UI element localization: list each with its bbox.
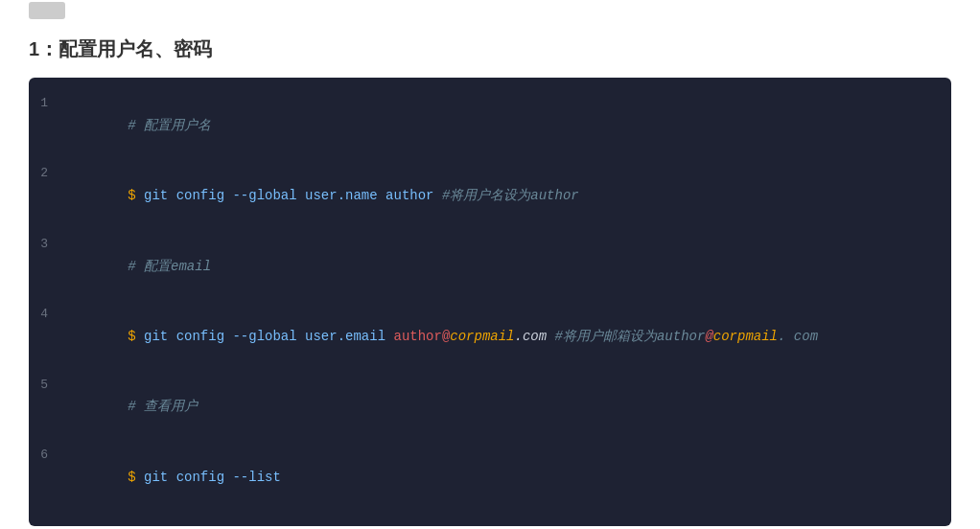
cmd-2: git config --global user.name author <box>144 188 442 203</box>
dollar-2: $ <box>128 188 144 203</box>
cmd-4: git config --global user.email <box>144 329 393 344</box>
code-line-4: 4 $ git config --global user.email autho… <box>29 302 951 372</box>
top-bar-icon <box>29 2 65 19</box>
top-bar <box>29 0 951 17</box>
comment-2: #将用户名设为author <box>442 188 579 203</box>
line-content-4: $ git config --global user.email author@… <box>63 303 934 371</box>
line-num-4: 4 <box>29 304 63 325</box>
comment-5: # 查看用户 <box>128 399 198 414</box>
line-num-2: 2 <box>29 163 63 184</box>
line-content-3: # 配置email <box>63 233 934 301</box>
comment-3: # 配置email <box>128 259 211 274</box>
code-line-6: 6 $ git config --list <box>29 443 951 513</box>
page-container: 1：配置用户名、密码 1 # 配置用户名 2 $ git config --gl… <box>0 0 980 529</box>
code-line-2: 2 $ git config --global user.name author… <box>29 161 951 231</box>
line-content-2: $ git config --global user.name author #… <box>63 162 934 230</box>
line-num-5: 5 <box>29 375 63 396</box>
dollar-6: $ <box>128 470 144 485</box>
email-com2: com <box>785 329 818 344</box>
code-line-5: 5 # 查看用户 <box>29 373 951 443</box>
line-content-5: # 查看用户 <box>63 374 934 442</box>
email-com: com <box>523 329 547 344</box>
section1-title: 1：配置用户名、密码 <box>29 36 951 62</box>
email-corpmail2: corpmail <box>713 329 778 344</box>
line-num-1: 1 <box>29 93 63 114</box>
cmd-6: git config --list <box>144 470 281 485</box>
line-num-6: 6 <box>29 445 63 466</box>
code-block-1: 1 # 配置用户名 2 $ git config --global user.n… <box>29 78 951 526</box>
comment-1: # 配置用户名 <box>128 118 211 133</box>
line-num-3: 3 <box>29 234 63 255</box>
code-line-1: 1 # 配置用户名 <box>29 91 951 161</box>
comment-4: #将用户邮箱设为author <box>547 329 705 344</box>
email-dot: . <box>515 329 523 344</box>
dollar-4: $ <box>128 329 144 344</box>
line-content-1: # 配置用户名 <box>63 92 934 160</box>
section1-title-text: 1：配置用户名、密码 <box>29 38 212 59</box>
email-corpmail: corpmail <box>450 329 514 344</box>
email-author: author <box>393 329 441 344</box>
code-line-3: 3 # 配置email <box>29 232 951 302</box>
email-at2: @ <box>705 329 712 344</box>
line-content-6: $ git config --list <box>63 444 934 512</box>
